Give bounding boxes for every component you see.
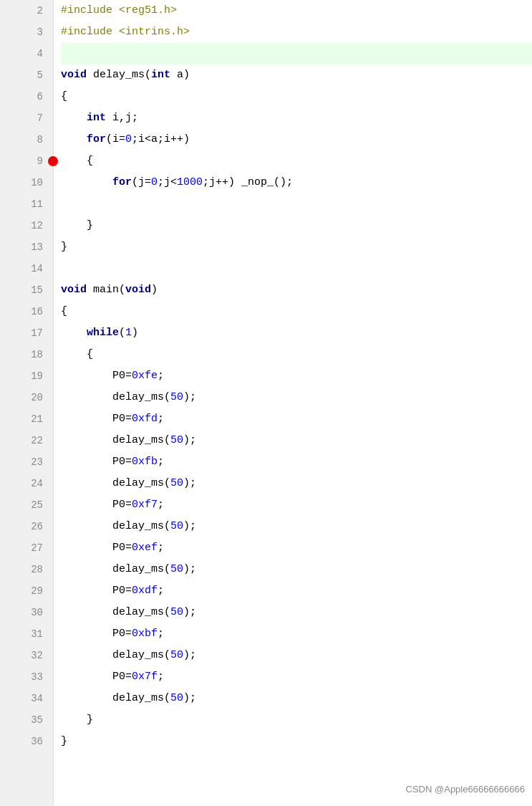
- code-line: void delay_ms(int a): [61, 64, 532, 86]
- token-plain: }: [61, 714, 93, 726]
- token-plain: {: [61, 155, 93, 167]
- token-plain: delay_ms(: [61, 692, 170, 704]
- code-container: 2345678910111213141516171819202122232425…: [0, 0, 532, 806]
- line-number: 12: [0, 215, 49, 236]
- token-num: 0xef: [132, 542, 158, 554]
- token-plain: [61, 176, 112, 188]
- code-line: delay_ms(50);: [61, 473, 532, 494]
- token-plain: P0=: [61, 628, 132, 640]
- token-plain: P0=: [61, 456, 132, 468]
- token-plain: {: [61, 348, 93, 360]
- token-num: 0xf7: [132, 499, 158, 511]
- token-plain: ;: [158, 585, 164, 597]
- token-plain: ;j++) _nop_();: [203, 176, 293, 188]
- code-line: P0=0xef;: [61, 537, 532, 559]
- code-line: P0=0x7f;: [61, 666, 532, 688]
- token-num: 50: [170, 520, 183, 532]
- token-num: 50: [170, 434, 183, 446]
- token-num: 1000: [177, 176, 203, 188]
- token-plain: (i=: [106, 133, 125, 145]
- code-line: [61, 258, 532, 279]
- token-kw: for: [112, 176, 132, 188]
- token-kw: while: [87, 327, 119, 339]
- breakpoint-icon[interactable]: [48, 156, 58, 166]
- code-line: [61, 193, 532, 215]
- code-line: delay_ms(50);: [61, 559, 532, 580]
- token-plain: );: [183, 391, 196, 403]
- token-plain: }: [61, 241, 67, 253]
- code-line: P0=0xfe;: [61, 365, 532, 387]
- code-line: P0=0xbf;: [61, 623, 532, 645]
- token-kw: int: [87, 112, 106, 124]
- token-pp: #include: [61, 4, 119, 16]
- line-number: 34: [0, 688, 49, 709]
- line-number: 26: [0, 516, 49, 537]
- token-num: 0: [151, 176, 158, 188]
- token-plain: );: [183, 434, 196, 446]
- code-line: delay_ms(50);: [61, 387, 532, 408]
- code-line: P0=0xdf;: [61, 580, 532, 602]
- token-num: 50: [170, 692, 183, 704]
- token-plain: delay_ms(: [61, 563, 170, 575]
- token-num: 0: [125, 133, 132, 145]
- token-plain: );: [183, 477, 196, 489]
- line-number: 22: [0, 430, 49, 451]
- token-plain: ;: [158, 456, 164, 468]
- line-number: 25: [0, 494, 49, 516]
- line-number: 36: [0, 731, 49, 752]
- token-plain: P0=: [61, 370, 132, 382]
- token-plain: ): [132, 327, 138, 339]
- line-number: 17: [0, 322, 49, 344]
- line-number: 8: [0, 129, 49, 150]
- line-number: 21: [0, 408, 49, 430]
- line-number: 27: [0, 537, 49, 559]
- token-plain: P0=: [61, 671, 132, 683]
- code-area: #include <reg51.h>#include <intrins.h>vo…: [54, 0, 532, 806]
- token-kw: for: [87, 133, 106, 145]
- token-plain: delay_ms(: [61, 434, 170, 446]
- token-plain: {: [61, 90, 67, 102]
- code-line: P0=0xf7;: [61, 494, 532, 516]
- token-plain: delay_ms(: [61, 477, 170, 489]
- token-plain: [61, 112, 87, 124]
- token-kw: void: [61, 69, 87, 81]
- token-kw: void: [61, 284, 87, 296]
- code-line: }: [61, 709, 532, 731]
- token-plain: delay_ms(: [61, 391, 170, 403]
- code-line: delay_ms(50);: [61, 645, 532, 666]
- token-plain: ;i<a;i++): [132, 133, 190, 145]
- token-plain: {: [61, 305, 67, 317]
- code-line: {: [61, 150, 532, 172]
- line-number: 29: [0, 580, 49, 602]
- code-line: #include <intrins.h>: [61, 21, 532, 43]
- code-line: delay_ms(50);: [61, 430, 532, 451]
- token-num: 0xfd: [132, 413, 158, 425]
- token-num: 50: [170, 649, 183, 661]
- line-number: 16: [0, 301, 49, 322]
- code-line: for(i=0;i<a;i++): [61, 129, 532, 150]
- line-number: 31: [0, 623, 49, 645]
- token-plain: P0=: [61, 585, 132, 597]
- line-number: 33: [0, 666, 49, 688]
- token-plain: ;: [158, 671, 164, 683]
- line-number: 23: [0, 451, 49, 473]
- token-plain: );: [183, 520, 196, 532]
- line-number: 9: [0, 150, 49, 172]
- token-num: 0xfb: [132, 456, 158, 468]
- line-number: 11: [0, 193, 49, 215]
- line-number: 5: [0, 64, 49, 86]
- code-line: }: [61, 731, 532, 752]
- token-plain: }: [61, 219, 93, 231]
- line-number: 4: [0, 43, 49, 64]
- line-number: 13: [0, 236, 49, 258]
- token-num: 50: [170, 563, 183, 575]
- token-plain: delay_ms(: [61, 606, 170, 618]
- code-line: }: [61, 215, 532, 236]
- token-pp: <reg51.h>: [119, 4, 177, 16]
- code-line: [61, 43, 532, 64]
- code-line: delay_ms(50);: [61, 688, 532, 709]
- code-line: }: [61, 236, 532, 258]
- line-number: 14: [0, 258, 49, 279]
- token-plain: P0=: [61, 499, 132, 511]
- code-line: void main(void): [61, 279, 532, 301]
